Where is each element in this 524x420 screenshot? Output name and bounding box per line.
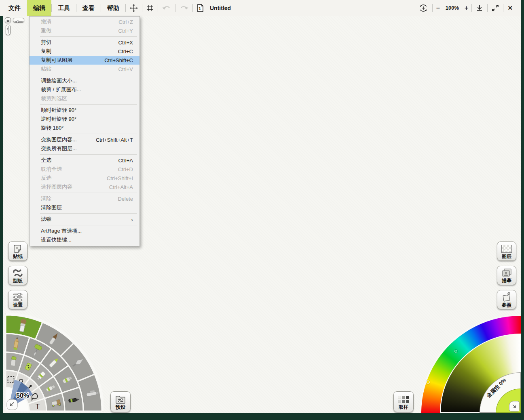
svg-text:T: T bbox=[36, 403, 40, 410]
pinned-photo-icon bbox=[501, 292, 512, 302]
pan-icon[interactable] bbox=[126, 0, 142, 16]
samples-pod-button[interactable]: 取样 bbox=[393, 391, 414, 412]
menu-edit[interactable]: 编辑 bbox=[27, 0, 51, 16]
zoom-in-icon[interactable]: + bbox=[461, 4, 471, 12]
sliders-icon bbox=[13, 292, 23, 302]
menu-item-crop-to-selection: 裁剪到选区 bbox=[30, 94, 139, 103]
submenu-arrow-icon: › bbox=[131, 216, 133, 223]
undo-icon bbox=[158, 0, 175, 16]
settings-pod-button[interactable]: 设置 bbox=[8, 290, 27, 309]
stencil-icon bbox=[13, 268, 23, 278]
menu-separator bbox=[40, 36, 137, 37]
tool-wheel: T 50% bbox=[3, 313, 104, 413]
menu-item-select-layer-contents: 选择图层内容 Ctrl+Alt+A bbox=[30, 183, 139, 191]
scale-to-fit-icon[interactable] bbox=[472, 0, 487, 16]
menu-item-rotate-180[interactable]: 旋转 180° bbox=[30, 124, 139, 132]
color-samples-grid-icon bbox=[398, 394, 409, 405]
color-picker: 金属性 0% bbox=[421, 316, 521, 413]
menu-item-copy[interactable]: 复制 Ctrl+C bbox=[30, 47, 139, 56]
color-picker-collapse-button[interactable] bbox=[509, 401, 520, 412]
text-tool-icon: T bbox=[36, 403, 40, 410]
menu-item-copy-visible-layers[interactable]: 复制可见图层 Ctrl+Shift+C bbox=[30, 56, 139, 65]
collapse-arrow-down-right-icon bbox=[511, 403, 517, 409]
presets-folder-icon bbox=[115, 394, 126, 405]
menu-item-rotate-cw-90[interactable]: 顺时针旋转 90° bbox=[30, 106, 139, 115]
menu-item-rotate-ccw-90[interactable]: 逆时针旋转 90° bbox=[30, 115, 139, 124]
menu-item-undo: 撤消 Ctrl+Z bbox=[30, 17, 139, 26]
expand-icon[interactable] bbox=[488, 0, 503, 16]
zoom-level: 100% bbox=[443, 5, 461, 11]
stencils-pod-button[interactable]: 型板 bbox=[8, 266, 27, 285]
canvas-v-scroll-slider[interactable] bbox=[6, 25, 11, 35]
menu-item-clear-layer[interactable]: 清除图层 bbox=[30, 203, 139, 212]
stickers-pod-button[interactable]: 贴纸 bbox=[8, 242, 27, 261]
reset-view-icon[interactable] bbox=[414, 0, 432, 16]
artrage-window: { "menu_bar": { "items": [ { "label": "文… bbox=[0, 0, 524, 420]
tool-wheel-collapse-button[interactable] bbox=[7, 399, 17, 410]
close-icon[interactable]: ✕ bbox=[503, 4, 517, 12]
menu-item-deselect-all: 取消全选 Ctrl+D bbox=[30, 165, 139, 174]
svg-text:1: 1 bbox=[199, 6, 201, 11]
tracing-image-icon bbox=[501, 268, 512, 278]
saturation-marker[interactable] bbox=[454, 350, 457, 353]
menubar-right-controls: − 100% + ✕ bbox=[414, 0, 517, 16]
reference-pod-button[interactable]: 参照 bbox=[497, 290, 516, 309]
menu-item-paste: 粘贴 Ctrl+V bbox=[30, 65, 139, 74]
menu-item-resize-painting[interactable]: 调整绘画大小... bbox=[30, 76, 139, 85]
canvas-h-scroll-slider[interactable] bbox=[13, 18, 24, 23]
layers-pod-button[interactable]: 图层 bbox=[497, 242, 516, 261]
document-title: Untitled bbox=[210, 5, 231, 11]
menu-separator bbox=[40, 225, 137, 225]
menu-separator bbox=[40, 104, 137, 105]
canvas-positioner-icon[interactable] bbox=[5, 17, 11, 23]
menu-tools[interactable]: 工具 bbox=[52, 0, 76, 16]
transparency-checker-icon bbox=[501, 244, 512, 254]
menu-item-crop-expand-canvas[interactable]: 裁剪 / 扩展画布... bbox=[30, 85, 139, 94]
menu-separator bbox=[40, 193, 137, 193]
menu-help[interactable]: 帮助 bbox=[101, 0, 125, 16]
menu-item-invert-selection: 反选 Ctrl+Shift+I bbox=[30, 174, 139, 183]
menu-item-cut[interactable]: 剪切 Ctrl+X bbox=[30, 38, 139, 47]
tracing-pod-button[interactable]: 描摹 bbox=[497, 266, 516, 285]
tool-size-label: 50% bbox=[16, 392, 29, 399]
menu-item-clear: 清除 Delete bbox=[30, 194, 139, 203]
menu-item-select-all[interactable]: 全选 Ctrl+A bbox=[30, 156, 139, 165]
menu-item-filters[interactable]: 滤镜 › bbox=[30, 215, 139, 224]
menu-item-redo: 重做 Ctrl+Y bbox=[30, 26, 139, 35]
document-icon[interactable]: 1 bbox=[193, 0, 207, 16]
presets-pod-button[interactable]: 预设 bbox=[110, 391, 131, 412]
menu-view[interactable]: 查看 bbox=[76, 0, 101, 16]
menu-item-artrage-preferences[interactable]: ArtRage 首选项... bbox=[30, 227, 139, 235]
menu-file[interactable]: 文件 bbox=[2, 0, 27, 16]
menu-item-transform-layer-contents[interactable]: 变换图层内容... Ctrl+Shift+Alt+T bbox=[30, 135, 139, 144]
menu-separator bbox=[40, 213, 137, 214]
sticker-icon bbox=[13, 244, 23, 254]
hue-marker[interactable] bbox=[426, 380, 430, 384]
redo-icon bbox=[175, 0, 192, 16]
edit-menu-dropdown: 撤消 Ctrl+Z 重做 Ctrl+Y 剪切 Ctrl+X 复制 Ctrl+C … bbox=[29, 16, 140, 246]
menu-separator bbox=[40, 134, 137, 134]
menu-item-set-shortcut-keys[interactable]: 设置快捷键... bbox=[30, 235, 139, 244]
grid-icon[interactable] bbox=[142, 0, 158, 16]
zoom-out-icon[interactable]: − bbox=[433, 4, 443, 12]
menu-separator bbox=[40, 75, 137, 75]
menu-separator bbox=[40, 154, 137, 155]
menu-item-transform-all-layers[interactable]: 变换所有图层... bbox=[30, 144, 139, 153]
menu-bar: 文件 编辑 工具 查看 帮助 bbox=[0, 0, 521, 16]
